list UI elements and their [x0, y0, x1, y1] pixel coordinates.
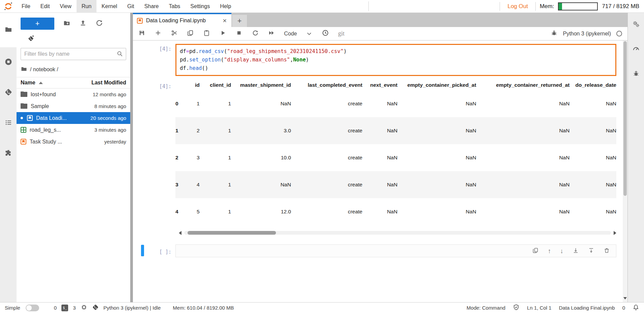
- puzzle-icon: [4, 149, 12, 158]
- logout-button[interactable]: Log Out: [504, 3, 531, 10]
- search-icon: [116, 50, 123, 59]
- menu-file[interactable]: File: [17, 0, 35, 13]
- menu-help[interactable]: Help: [215, 0, 236, 13]
- table-cell: NaN: [362, 171, 397, 198]
- scroll-left-icon[interactable]: [179, 231, 181, 235]
- kernels-count[interactable]: 0: [54, 305, 57, 311]
- file-modified: 12 months ago: [73, 92, 126, 97]
- new-tab-button[interactable]: +: [232, 15, 247, 27]
- horizontal-scroll-track[interactable]: [184, 231, 611, 235]
- sidebar-tab-git[interactable]: [0, 78, 17, 108]
- simple-mode-toggle[interactable]: [26, 305, 39, 311]
- filter-files-input[interactable]: [21, 48, 126, 60]
- insert-cell-below-icon[interactable]: [588, 247, 594, 255]
- sidebar-tab-table-of-contents[interactable]: [0, 108, 17, 138]
- menu-git[interactable]: Git: [122, 0, 139, 13]
- refresh-icon[interactable]: [95, 19, 103, 28]
- scroll-right-icon[interactable]: [614, 231, 616, 235]
- duplicate-cell-icon[interactable]: [532, 247, 539, 255]
- kernel-status-icon[interactable]: [616, 31, 622, 36]
- file-row-lost-found[interactable]: lost+found 12 months ago: [17, 88, 130, 100]
- vertical-scroll-thumb[interactable]: [623, 41, 627, 196]
- history-clock-icon[interactable]: [322, 29, 329, 38]
- menu-view[interactable]: View: [55, 0, 76, 13]
- new-folder-icon[interactable]: [63, 19, 71, 28]
- menu-run[interactable]: Run: [77, 0, 96, 13]
- kernel-usage-chip-icon[interactable]: [81, 304, 87, 312]
- terminals-count[interactable]: 3: [73, 305, 76, 311]
- file-row-sample[interactable]: Sample 8 minutes ago: [17, 100, 130, 112]
- table-row: 011NaNcreateNaNNaNNaNNaN: [175, 90, 616, 117]
- insert-cell-icon[interactable]: [155, 29, 162, 38]
- table-cell: NaN: [476, 144, 570, 171]
- move-cell-down-icon[interactable]: ↓: [560, 248, 564, 254]
- file-row-data-loading[interactable]: Data Loadi... 20 seconds ago: [17, 112, 130, 124]
- empty-code-cell[interactable]: [ ]: ↑ ↓: [133, 244, 627, 257]
- file-row-task-study[interactable]: Task Study ... yesterday: [17, 136, 130, 148]
- table-cell: 2: [187, 117, 200, 144]
- horizontal-scrollbar[interactable]: [179, 230, 616, 236]
- command-mode-indicator[interactable]: Mode: Command: [467, 305, 505, 311]
- table-cell: 1: [200, 90, 231, 117]
- upload-icon[interactable]: [79, 19, 87, 28]
- close-tab-icon[interactable]: ×: [222, 17, 227, 25]
- insert-cell-above-icon[interactable]: [572, 247, 579, 255]
- notifications-count[interactable]: 0: [622, 305, 625, 311]
- table-row-index: 0: [175, 90, 187, 117]
- paste-icon[interactable]: [203, 29, 210, 38]
- sidebar-tab-file-browser[interactable]: [0, 13, 17, 47]
- tab-data-loading-final[interactable]: Data Loading Final.ipynb ×: [133, 13, 231, 27]
- vertical-scrollbar[interactable]: [623, 41, 627, 302]
- scroll-down-icon[interactable]: [623, 297, 627, 299]
- menu-share[interactable]: Share: [139, 0, 164, 13]
- cursor-position[interactable]: Ln 1, Col 1: [527, 305, 552, 311]
- copy-icon[interactable]: [187, 29, 194, 38]
- empty-cell-editor[interactable]: ↑ ↓: [175, 244, 616, 257]
- delete-cell-icon[interactable]: [604, 247, 610, 255]
- table-cell: 1: [187, 90, 200, 117]
- git-toolbar-label[interactable]: git: [338, 30, 344, 37]
- terminal-icon[interactable]: $_: [61, 305, 68, 311]
- breadcrumb[interactable]: / notebook /: [17, 62, 130, 77]
- jupyter-logo-icon[interactable]: [0, 2, 17, 11]
- cut-icon[interactable]: [171, 29, 178, 38]
- kernel-status-text[interactable]: Python 3 (ipykernel) | Idle: [104, 305, 161, 311]
- panel-splitter[interactable]: [130, 13, 133, 302]
- code-editor[interactable]: df=pd.read_csv("road_leg_shipments_20231…: [175, 44, 616, 76]
- git-clone-button[interactable]: [17, 32, 130, 45]
- tab-title: Data Loading Final.ipynb: [146, 18, 219, 24]
- table-column-header: do_release_date: [569, 81, 616, 90]
- restart-kernel-icon[interactable]: [252, 29, 259, 38]
- menu-kernel[interactable]: Kernel: [96, 0, 122, 13]
- modified-column-header[interactable]: Last Modified: [73, 80, 126, 86]
- bell-icon[interactable]: [633, 304, 639, 312]
- cell-type-select[interactable]: Code: [284, 30, 313, 37]
- new-launcher-button[interactable]: +: [21, 18, 54, 30]
- menu-settings[interactable]: Settings: [185, 0, 215, 13]
- run-icon[interactable]: [219, 29, 226, 38]
- git-status-icon[interactable]: [92, 304, 99, 312]
- sidebar-tab-running-sessions[interactable]: [0, 47, 17, 78]
- property-inspector-gears-icon[interactable]: [632, 20, 640, 29]
- save-icon[interactable]: [138, 29, 145, 38]
- menu-tabs[interactable]: Tabs: [164, 0, 186, 13]
- horizontal-scroll-thumb[interactable]: [188, 231, 276, 235]
- restart-run-all-icon[interactable]: [268, 29, 275, 38]
- debugger-bug-icon[interactable]: [632, 70, 640, 79]
- code-cell[interactable]: [4]: df=pd.read_csv("road_leg_shipments_…: [133, 44, 627, 76]
- menu-edit[interactable]: Edit: [35, 0, 55, 13]
- debugger-bug-icon[interactable]: [551, 29, 558, 38]
- sort-by-name[interactable]: Name: [21, 80, 73, 86]
- move-cell-up-icon[interactable]: ↑: [548, 248, 551, 254]
- stop-icon[interactable]: [235, 29, 243, 38]
- cell-collapser[interactable]: [141, 245, 144, 256]
- active-file-name[interactable]: Data Loading Final.ipynb: [559, 305, 615, 311]
- table-row: 45112.0createNaNNaNNaNNaN: [175, 198, 616, 225]
- kernel-name-label[interactable]: Python 3 (ipykernel): [563, 31, 611, 37]
- system-monitor-gauge-icon[interactable]: [632, 45, 640, 54]
- sidebar-tab-extensions[interactable]: [0, 138, 17, 169]
- file-row-road-leg[interactable]: road_leg_s... 3 minutes ago: [17, 124, 130, 136]
- stop-circle-icon: [4, 58, 12, 67]
- trusted-shield-icon[interactable]: [513, 304, 520, 312]
- table-cell: create: [291, 90, 363, 117]
